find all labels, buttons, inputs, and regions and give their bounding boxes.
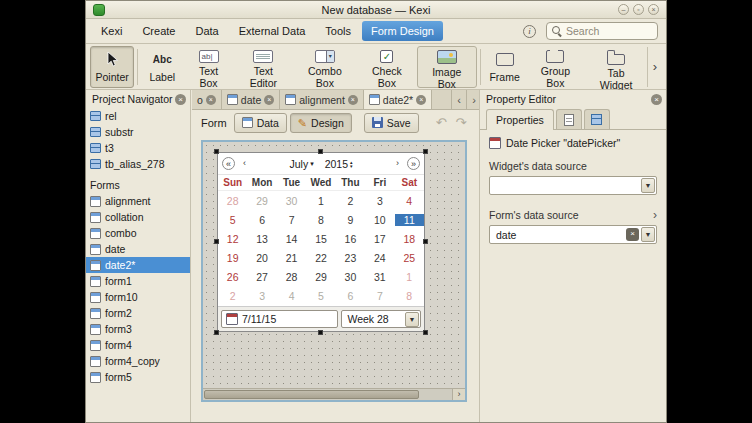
canvas-grid[interactable]: « ‹ July ▾ 2015 ▴▾ bbox=[203, 142, 465, 388]
menu-item-form-design[interactable]: Form Design bbox=[362, 21, 443, 41]
text-box-button[interactable]: ab|Text Box bbox=[183, 46, 234, 88]
calendar-day[interactable]: 12 bbox=[218, 233, 247, 245]
calendar-day[interactable]: 26 bbox=[218, 271, 247, 283]
calendar-day[interactable]: 23 bbox=[336, 252, 365, 264]
calendar-day[interactable]: 5 bbox=[218, 214, 247, 226]
calendar-day[interactable]: 10 bbox=[365, 214, 394, 226]
tab-widget-tree[interactable] bbox=[584, 109, 610, 129]
prev-month-icon[interactable]: ‹ bbox=[238, 157, 251, 170]
scrollbar-thumb[interactable] bbox=[204, 390, 419, 399]
tab-properties[interactable]: Properties bbox=[486, 109, 554, 130]
group-box-button[interactable]: Group Box bbox=[526, 46, 586, 88]
scroll-right-icon[interactable]: › bbox=[452, 389, 465, 400]
calendar-day[interactable]: 6 bbox=[336, 290, 365, 302]
combo-box-button[interactable]: ▾Combo Box bbox=[293, 46, 357, 88]
calendar-day[interactable]: 5 bbox=[306, 290, 335, 302]
navigator-item-date[interactable]: date bbox=[86, 241, 190, 257]
calendar-day[interactable]: 18 bbox=[395, 233, 424, 245]
calendar-day[interactable]: 1 bbox=[306, 195, 335, 207]
widget-datasource-combo[interactable]: ▼ bbox=[489, 176, 657, 195]
year-spinner[interactable]: 2015 ▴▾ bbox=[325, 158, 353, 170]
calendar-day[interactable]: 29 bbox=[247, 195, 276, 207]
chevron-down-icon[interactable]: ▼ bbox=[641, 178, 655, 193]
search-input[interactable] bbox=[566, 25, 652, 37]
calendar-day[interactable]: 13 bbox=[247, 233, 276, 245]
canvas-hscrollbar[interactable]: › bbox=[203, 388, 465, 400]
calendar-day[interactable]: 6 bbox=[247, 214, 276, 226]
navigator-item-t3[interactable]: t3 bbox=[86, 140, 190, 156]
navigator-item-substr[interactable]: substr bbox=[86, 124, 190, 140]
calendar-day[interactable]: 1 bbox=[395, 271, 424, 283]
selection-handle[interactable] bbox=[423, 239, 428, 244]
menu-item-tools[interactable]: Tools bbox=[316, 21, 360, 41]
calendar-day[interactable]: 30 bbox=[336, 271, 365, 283]
calendar-day[interactable]: 16 bbox=[336, 233, 365, 245]
navigator-item-form4[interactable]: form4 bbox=[86, 337, 190, 353]
month-dropdown[interactable]: July ▾ bbox=[289, 158, 313, 170]
calendar-day[interactable]: 2 bbox=[218, 290, 247, 302]
selection-handle[interactable] bbox=[318, 149, 323, 154]
calendar-icon[interactable] bbox=[226, 313, 238, 325]
week-combo[interactable]: Week 28 ▼ bbox=[341, 310, 421, 328]
navigator-item-form10[interactable]: form10 bbox=[86, 289, 190, 305]
check-box-button[interactable]: ✓Check Box bbox=[357, 46, 417, 88]
calendar-day[interactable]: 17 bbox=[365, 233, 394, 245]
navigator-item-collation[interactable]: collation bbox=[86, 209, 190, 225]
calendar-day[interactable]: 14 bbox=[277, 233, 306, 245]
prev-year-icon[interactable]: « bbox=[222, 157, 235, 170]
save-button[interactable]: Save bbox=[364, 113, 419, 133]
selection-handle[interactable] bbox=[214, 330, 219, 335]
navigator-close-icon[interactable]: × bbox=[175, 94, 186, 105]
calendar-day[interactable]: 24 bbox=[365, 252, 394, 264]
calendar-day[interactable]: 8 bbox=[395, 290, 424, 302]
tab-data-source[interactable] bbox=[556, 109, 582, 129]
tab-widget-button[interactable]: Tab Widget bbox=[585, 46, 647, 88]
frame-button[interactable]: Frame bbox=[484, 46, 526, 88]
calendar-day[interactable]: 27 bbox=[247, 271, 276, 283]
design-view-button[interactable]: ✎ Design bbox=[290, 113, 352, 133]
navigator-item-rel[interactable]: rel bbox=[86, 108, 190, 124]
calendar-day[interactable]: 28 bbox=[277, 271, 306, 283]
form-datasource-combo[interactable]: date × ▼ bbox=[489, 225, 657, 244]
menu-item-external-data[interactable]: External Data bbox=[230, 21, 315, 41]
calendar-day[interactable]: 8 bbox=[306, 214, 335, 226]
document-tab-date[interactable]: date× bbox=[222, 90, 280, 109]
tab-scroll-left-icon[interactable]: ‹ bbox=[451, 90, 466, 109]
calendar-day[interactable]: 22 bbox=[306, 252, 335, 264]
text-editor-button[interactable]: Text Editor bbox=[234, 46, 293, 88]
selection-handle[interactable] bbox=[423, 149, 428, 154]
undo-icon[interactable]: ↶ bbox=[433, 115, 450, 130]
document-tab-alignment[interactable]: alignment× bbox=[280, 90, 364, 109]
date-edit[interactable]: 7/11/15 bbox=[221, 310, 338, 328]
clear-icon[interactable]: × bbox=[626, 228, 639, 241]
document-tab-date2[interactable]: date2*× bbox=[364, 90, 432, 109]
maximize-button[interactable]: ▫ bbox=[633, 4, 644, 15]
label-button[interactable]: AbcLabel bbox=[141, 46, 183, 88]
calendar-day[interactable]: 9 bbox=[336, 214, 365, 226]
property-editor-close-icon[interactable]: × bbox=[651, 94, 662, 105]
navigator-item-alignment[interactable]: alignment bbox=[86, 193, 190, 209]
calendar-day[interactable]: 15 bbox=[306, 233, 335, 245]
tab-close-icon[interactable]: × bbox=[206, 95, 216, 105]
selection-handle[interactable] bbox=[318, 330, 323, 335]
calendar-day[interactable]: 2 bbox=[336, 195, 365, 207]
redo-icon[interactable]: ↷ bbox=[453, 115, 470, 130]
navigator-item-form4-copy[interactable]: form4_copy bbox=[86, 353, 190, 369]
toolbar-overflow-button[interactable]: › bbox=[647, 47, 662, 87]
data-view-button[interactable]: Data bbox=[234, 113, 287, 133]
image-box-button[interactable]: Image Box bbox=[417, 46, 477, 88]
calendar-day[interactable]: 21 bbox=[277, 252, 306, 264]
menu-item-create[interactable]: Create bbox=[133, 21, 184, 41]
menu-item-kexi[interactable]: Kexi bbox=[92, 21, 131, 41]
chevron-down-icon[interactable]: ▼ bbox=[641, 227, 655, 242]
calendar-day[interactable]: 31 bbox=[365, 271, 394, 283]
next-year-icon[interactable]: » bbox=[407, 157, 420, 170]
calendar-day[interactable]: 7 bbox=[365, 290, 394, 302]
document-tab-o[interactable]: o× bbox=[192, 90, 222, 109]
calendar-day[interactable]: 29 bbox=[306, 271, 335, 283]
tab-close-icon[interactable]: × bbox=[416, 95, 426, 105]
calendar-day[interactable]: 3 bbox=[247, 290, 276, 302]
navigator-item-form3[interactable]: form3 bbox=[86, 321, 190, 337]
datepicker-widget[interactable]: « ‹ July ▾ 2015 ▴▾ bbox=[217, 152, 425, 332]
navigator-item-date2[interactable]: date2* bbox=[86, 257, 190, 273]
